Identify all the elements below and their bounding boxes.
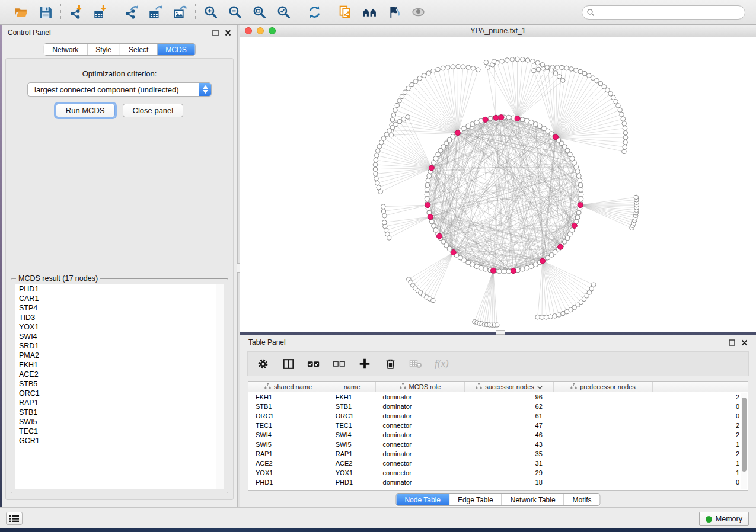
cell-predecessor-nodes[interactable]: 0 xyxy=(553,403,748,410)
network-node[interactable] xyxy=(557,75,562,79)
network-node[interactable] xyxy=(555,65,560,70)
cell-shared-name[interactable]: YOX1 xyxy=(248,469,328,476)
network-node[interactable] xyxy=(564,66,569,70)
network-node[interactable] xyxy=(520,117,525,122)
network-node[interactable] xyxy=(376,149,381,153)
cell-name[interactable]: ORC1 xyxy=(328,412,376,419)
dominator-node[interactable] xyxy=(483,117,488,122)
network-edge[interactable] xyxy=(413,252,453,285)
network-node[interactable] xyxy=(533,122,538,127)
network-node[interactable] xyxy=(403,90,407,95)
network-edge[interactable] xyxy=(543,261,559,315)
network-node[interactable] xyxy=(492,59,496,64)
cell-predecessor-nodes[interactable]: 2 xyxy=(553,450,748,457)
export-table-icon[interactable] xyxy=(148,4,164,20)
network-node[interactable] xyxy=(377,145,382,149)
network-node[interactable] xyxy=(474,264,479,269)
cell-name[interactable]: STB1 xyxy=(328,403,376,410)
network-edge[interactable] xyxy=(580,205,634,223)
network-node[interactable] xyxy=(623,135,628,140)
column-header-predecessor-nodes[interactable]: predecessor nodes xyxy=(554,382,653,392)
network-edge[interactable] xyxy=(384,138,432,168)
network-edge[interactable] xyxy=(385,205,428,216)
network-node[interactable] xyxy=(553,71,558,76)
network-edge[interactable] xyxy=(477,271,493,323)
network-node[interactable] xyxy=(560,65,564,70)
network-node[interactable] xyxy=(623,126,627,131)
table-scrollbar-thumb[interactable] xyxy=(742,398,747,472)
network-node[interactable] xyxy=(579,192,583,197)
zoom-selected-icon[interactable] xyxy=(276,4,292,20)
dominator-node[interactable] xyxy=(515,116,520,121)
network-node[interactable] xyxy=(374,158,378,162)
delete-column-icon[interactable] xyxy=(384,357,397,370)
network-node[interactable] xyxy=(381,136,386,141)
network-edge[interactable] xyxy=(434,226,575,226)
cell-successor-nodes[interactable]: 47 xyxy=(464,422,553,429)
task-history-button[interactable] xyxy=(6,512,23,525)
network-node[interactable] xyxy=(474,120,479,124)
network-node[interactable] xyxy=(535,315,540,319)
network-node[interactable] xyxy=(456,64,461,69)
tab-style[interactable]: Style xyxy=(87,44,120,55)
network-edge[interactable] xyxy=(556,84,601,137)
cell-mcds-role[interactable]: dominator xyxy=(376,412,465,419)
network-node[interactable] xyxy=(595,78,599,83)
mcds-result-item[interactable]: SWI5 xyxy=(15,417,224,427)
network-node[interactable] xyxy=(495,323,500,328)
export-image-icon[interactable] xyxy=(172,4,188,20)
column-header-shared-name[interactable]: shared name xyxy=(248,382,328,392)
network-node[interactable] xyxy=(375,181,380,185)
network-edge[interactable] xyxy=(438,69,458,133)
dominator-node[interactable] xyxy=(553,134,559,140)
cell-name[interactable]: PHD1 xyxy=(328,479,376,486)
network-node[interactable] xyxy=(466,65,471,70)
network-node[interactable] xyxy=(510,57,515,62)
table-tab-edge-table[interactable]: Edge Table xyxy=(449,494,502,505)
first-neighbors-icon[interactable] xyxy=(362,4,378,20)
table-tab-network-table[interactable]: Network Table xyxy=(502,494,564,505)
dominator-node[interactable] xyxy=(425,203,430,208)
tab-select[interactable]: Select xyxy=(120,44,157,55)
network-node[interactable] xyxy=(486,65,490,70)
select-all-columns-icon[interactable] xyxy=(307,357,320,370)
network-edge[interactable] xyxy=(538,261,543,318)
cell-name[interactable]: FKH1 xyxy=(328,393,376,400)
network-edge[interactable] xyxy=(543,261,592,289)
network-node[interactable] xyxy=(389,133,394,137)
cell-shared-name[interactable]: TEC1 xyxy=(248,422,328,429)
network-node[interactable] xyxy=(446,65,451,70)
network-node[interactable] xyxy=(502,269,506,274)
network-node[interactable] xyxy=(506,269,511,274)
mcds-result-item[interactable]: GCR1 xyxy=(15,436,224,446)
network-edge[interactable] xyxy=(379,146,432,168)
mcds-result-item[interactable]: CAR1 xyxy=(15,294,224,303)
network-edge[interactable] xyxy=(580,205,636,216)
close-panel-icon[interactable] xyxy=(225,30,231,36)
dominator-node[interactable] xyxy=(437,233,442,239)
mcds-result-list[interactable]: PHD1CAR1STP4TID3YOX1SWI4SRD1PMA2FKH1ACE2… xyxy=(15,284,224,489)
network-node[interactable] xyxy=(623,130,628,135)
dominator-node[interactable] xyxy=(455,130,460,136)
mcds-result-item[interactable]: TID3 xyxy=(15,313,224,322)
network-node[interactable] xyxy=(379,140,384,145)
network-node[interactable] xyxy=(378,190,383,194)
network-node[interactable] xyxy=(578,69,583,74)
network-node[interactable] xyxy=(410,82,414,87)
network-node[interactable] xyxy=(476,68,481,72)
network-node[interactable] xyxy=(432,161,436,165)
network-node[interactable] xyxy=(622,121,627,126)
network-node[interactable] xyxy=(548,315,553,319)
network-node[interactable] xyxy=(479,265,483,270)
network-node[interactable] xyxy=(426,71,431,76)
network-edge[interactable] xyxy=(497,63,517,118)
network-node[interactable] xyxy=(505,58,509,63)
network-node[interactable] xyxy=(397,98,402,103)
dominator-node[interactable] xyxy=(499,115,504,120)
cell-mcds-role[interactable]: connector xyxy=(376,469,465,476)
cell-mcds-role[interactable]: connector xyxy=(376,460,465,467)
network-node[interactable] xyxy=(634,195,639,200)
cell-name[interactable]: RAP1 xyxy=(328,450,376,457)
network-node[interactable] xyxy=(417,76,422,81)
network-node[interactable] xyxy=(471,66,476,71)
